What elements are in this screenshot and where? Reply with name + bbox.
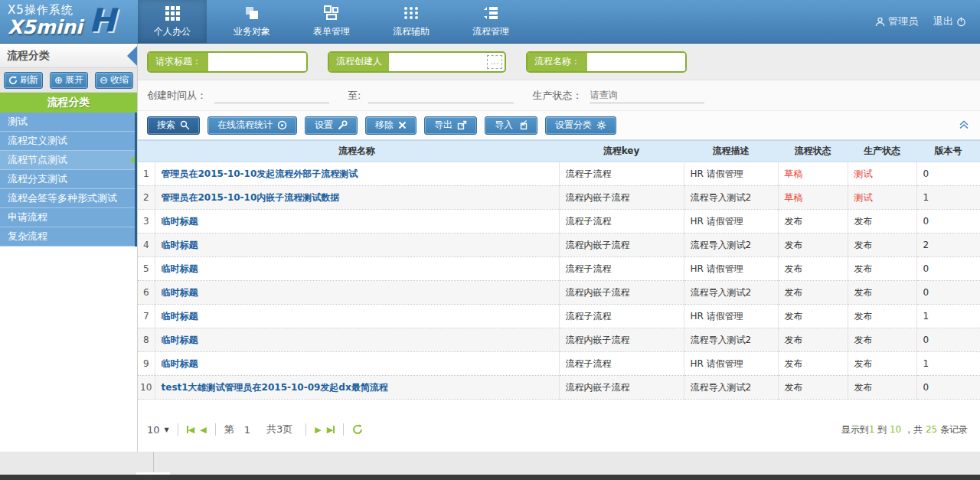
expand-button[interactable]: ⊕ 展开 <box>50 72 88 89</box>
version: 0 <box>916 162 980 186</box>
process-creator-input[interactable] <box>389 53 487 71</box>
current-page-input[interactable]: 1 <box>244 424 250 436</box>
prod-status-input[interactable] <box>590 88 704 103</box>
prod-status: 发布 <box>848 352 916 376</box>
row-number: 9 <box>138 352 155 376</box>
version: 2 <box>916 233 980 257</box>
sidebar-item-apply-process[interactable]: 申请流程 <box>0 208 135 227</box>
process-name-link[interactable]: 临时标题 <box>155 281 559 305</box>
reload-table-button[interactable] <box>352 424 363 435</box>
panel-collapse-arrow-icon[interactable] <box>127 46 137 66</box>
table-header-row: 流程名称 流程key 流程描述 流程状态 生产状态 版本号 <box>138 141 980 162</box>
tab-process-assist[interactable]: 流程辅助 <box>377 0 446 43</box>
last-page-button[interactable]: ▶ <box>327 425 335 435</box>
tab-form-management[interactable]: 表单管理 <box>297 0 366 43</box>
date-to-input[interactable] <box>368 88 514 103</box>
process-table: 流程名称 流程key 流程描述 流程状态 生产状态 版本号 1 管理员在2015… <box>138 140 980 400</box>
process-name-link[interactable]: 管理员在2015-10-10内嵌子流程测试数据 <box>155 186 559 210</box>
search-button[interactable]: 搜索 <box>147 116 200 135</box>
refresh-button[interactable]: 刷新 <box>4 72 43 89</box>
process-key: 流程内嵌子流程 <box>559 376 684 400</box>
sidebar-panel-header: 流程分类 <box>0 44 137 68</box>
export-button[interactable]: 导出 <box>424 116 477 135</box>
process-name-link[interactable]: 管理员在2015-10-10发起流程外部子流程测试 <box>155 162 559 186</box>
process-key: 流程内嵌子流程 <box>559 186 684 210</box>
item-label: 申请流程 <box>8 211 47 223</box>
process-name-input[interactable] <box>587 53 685 71</box>
page-size-dropdown[interactable]: 10 ▼ <box>147 424 169 436</box>
process-name-link[interactable]: test1大雄测试管理员在2015-10-09发起dx最简流程 <box>155 376 559 400</box>
tab-personal-office[interactable]: 个人办公 <box>138 0 207 43</box>
logout-button[interactable]: 退出 <box>933 15 966 28</box>
process-name-link[interactable]: 临时标题 <box>155 257 559 281</box>
online-process-stats-button[interactable]: 在线流程统计 <box>207 116 297 135</box>
request-title-input[interactable] <box>208 53 306 71</box>
layers-icon <box>243 5 260 21</box>
version: 1 <box>916 305 980 328</box>
sidebar-item-process-branch-test[interactable]: 流程分支测试 <box>0 170 135 189</box>
button-label: 设置 <box>315 119 333 132</box>
bottom-bar <box>0 475 980 480</box>
settings-button[interactable]: 设置 <box>305 116 358 135</box>
table-row[interactable]: 10 test1大雄测试管理员在2015-10-09发起dx最简流程 流程内嵌子… <box>138 376 980 400</box>
process-key: 流程内嵌子流程 <box>559 328 684 352</box>
x-icon <box>398 121 407 129</box>
process-name-link[interactable]: 临时标题 <box>155 352 559 376</box>
set-category-button[interactable]: 设置分类 <box>545 116 616 135</box>
process-key: 流程内嵌子流程 <box>559 281 684 305</box>
export-icon <box>457 120 467 130</box>
import-button[interactable]: 导入 <box>485 116 537 135</box>
tab-process-management[interactable]: 流程管理 <box>456 0 525 43</box>
request-title-field: 请求标题： <box>147 51 308 73</box>
date-from-input[interactable] <box>214 88 329 103</box>
prev-page-button[interactable]: ◀ <box>200 425 206 435</box>
current-user[interactable]: 管理员 <box>875 15 918 28</box>
process-name-link[interactable]: 临时标题 <box>155 233 559 257</box>
table-row[interactable]: 5 临时标题 流程子流程 HR 请假管理 发布 发布 0 <box>138 257 980 281</box>
remove-button[interactable]: 移除 <box>365 116 416 135</box>
sidebar-item-process-node-test[interactable]: 流程节点测试 <box>0 151 135 170</box>
table-row[interactable]: 3 临时标题 流程子流程 HR 请假管理 发布 发布 0 <box>138 210 980 233</box>
table-row[interactable]: 8 临时标题 流程内嵌子流程 流程导入测试2 发布 发布 0 <box>138 328 980 352</box>
process-name-link[interactable]: 临时标题 <box>155 210 559 233</box>
table-row[interactable]: 6 临时标题 流程内嵌子流程 流程导入测试2 发布 发布 0 <box>138 281 980 305</box>
version: 0 <box>916 210 980 233</box>
process-desc: 流程导入测试2 <box>684 186 778 210</box>
prod-status-label: 生产状态： <box>532 89 582 103</box>
sidebar-item-countersign-test[interactable]: 流程会签等多种形式测试 <box>0 189 135 208</box>
date-to-label: 至: <box>348 89 361 103</box>
table-row[interactable]: 1 管理员在2015-10-10发起流程外部子流程测试 流程子流程 HR 请假管… <box>138 162 980 186</box>
sidebar-item-process-definition-test[interactable]: 流程定义测试 <box>0 132 135 151</box>
tab-business-object[interactable]: 业务对象 <box>217 0 286 43</box>
record-summary: 显示到1 到 10 ，共 25 条记录 <box>841 423 968 436</box>
creator-picker-button[interactable]: … <box>487 55 502 69</box>
sidebar-item-test[interactable]: 测试 <box>0 113 135 132</box>
process-name-field: 流程名称： <box>526 51 687 73</box>
collapse-search-panel-button[interactable] <box>959 120 969 129</box>
app-logo: X5操作系统 X5mini H <box>0 0 138 43</box>
item-label: 复杂流程 <box>8 230 47 242</box>
sidebar-toolbar: 刷新 ⊕ 展开 ⊖ 收缩 <box>0 68 137 93</box>
process-name-link[interactable]: 临时标题 <box>155 305 559 328</box>
table-row[interactable]: 9 临时标题 流程子流程 HR 请假管理 发布 发布 1 <box>138 352 980 376</box>
item-label: 测试 <box>8 116 28 127</box>
process-key: 流程子流程 <box>559 305 684 328</box>
row-number: 2 <box>138 186 155 210</box>
collapse-button[interactable]: ⊖ 收缩 <box>95 72 133 89</box>
first-page-button[interactable]: ◀ <box>187 425 194 435</box>
table-row[interactable]: 7 临时标题 流程子流程 HR 请假管理 发布 发布 1 <box>138 305 980 328</box>
grid-squares-icon <box>164 5 181 21</box>
row-number: 1 <box>138 162 155 186</box>
process-name-link[interactable]: 临时标题 <box>155 328 559 352</box>
table-row[interactable]: 2 管理员在2015-10-10内嵌子流程测试数据 流程内嵌子流程 流程导入测试… <box>138 186 980 210</box>
panel-title: 流程分类 <box>7 49 50 63</box>
table-row[interactable]: 4 临时标题 流程内嵌子流程 流程导入测试2 发布 发布 2 <box>138 233 980 257</box>
sidebar-item-complex-process[interactable]: 复杂流程 <box>0 227 135 247</box>
gear-icon <box>596 120 606 130</box>
summary-text: 到 <box>874 424 890 435</box>
process-key: 流程子流程 <box>559 257 684 281</box>
col-version: 版本号 <box>916 141 980 162</box>
next-page-button[interactable]: ▶ <box>315 425 321 435</box>
button-label: 导入 <box>495 119 513 132</box>
summary-count: 25 <box>926 424 937 435</box>
